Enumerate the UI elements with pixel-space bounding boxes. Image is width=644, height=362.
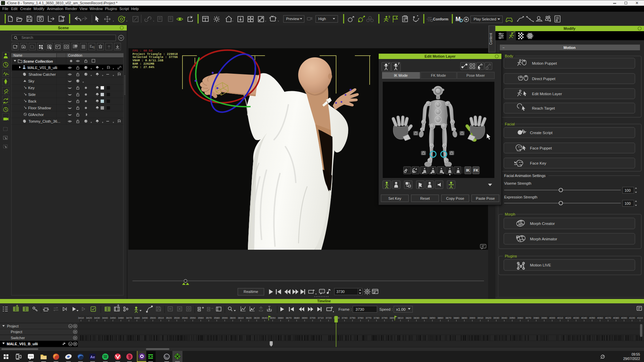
svg-text:3980: 3980 (533, 316, 539, 319)
svg-text:4010: 4010 (557, 316, 563, 319)
svg-text:Floor Shadow: Floor Shadow (28, 106, 51, 110)
svg-text:D: D (460, 18, 463, 23)
svg-text:4070: 4070 (605, 316, 611, 319)
svg-text:Motion LIVE: Motion LIVE (530, 263, 551, 267)
svg-text:3490: 3490 (142, 316, 148, 319)
svg-text:3610: 3610 (238, 316, 244, 319)
svg-text:RAM : 2262MB: RAM : 2262MB (132, 62, 154, 66)
svg-text:3760: 3760 (358, 316, 364, 319)
svg-text:Ae: Ae (90, 355, 95, 359)
svg-text:3580: 3580 (214, 316, 220, 319)
svg-text:Create Script: Create Script (530, 131, 553, 135)
svg-text:4030: 4030 (573, 316, 579, 319)
svg-text:Reset: Reset (420, 196, 430, 200)
svg-text:4000: 4000 (549, 316, 555, 319)
svg-text:3540: 3540 (182, 316, 188, 319)
svg-text:Motion: Motion (564, 46, 576, 50)
svg-text:Key: Key (28, 86, 35, 90)
svg-text:Switcher: Switcher (11, 336, 25, 340)
svg-text:Speed :: Speed : (379, 307, 393, 311)
svg-text:4100: 4100 (629, 316, 635, 319)
svg-text:3660: 3660 (278, 316, 284, 319)
svg-text:3710: 3710 (318, 316, 324, 319)
svg-text:High: High (318, 17, 326, 21)
svg-text:3560: 3560 (198, 316, 204, 319)
svg-text:29/07/2022: 29/07/2022 (623, 357, 640, 361)
svg-text:Motion Puppet: Motion Puppet (532, 61, 557, 65)
svg-text:3570: 3570 (206, 316, 212, 319)
svg-text:3920: 3920 (485, 316, 491, 319)
svg-text:Content: Content (489, 33, 493, 45)
svg-text:3470: 3470 (126, 316, 132, 319)
svg-text:3950: 3950 (509, 316, 515, 319)
svg-text:3900: 3900 (469, 316, 475, 319)
svg-text:3670: 3670 (286, 316, 292, 319)
svg-text:Back: Back (28, 99, 37, 103)
svg-text:3970: 3970 (525, 316, 531, 319)
svg-text:3510: 3510 (158, 316, 164, 319)
svg-text:Realtime: Realtime (244, 290, 258, 294)
svg-text:3990: 3990 (541, 316, 547, 319)
svg-text:Morph: Morph (505, 212, 515, 216)
svg-text:3430: 3430 (94, 316, 100, 319)
svg-text:Facial: Facial (505, 122, 515, 126)
svg-text:3630: 3630 (254, 316, 260, 319)
svg-text:x1.00: x1.00 (396, 307, 406, 311)
svg-text:Selected Triangle : 37766: Selected Triangle : 37766 (132, 56, 178, 59)
svg-text:3940: 3940 (501, 316, 507, 319)
svg-text:3730: 3730 (336, 290, 344, 294)
svg-text:Preview: Preview (286, 17, 299, 21)
svg-text:Face Key: Face Key (530, 161, 546, 165)
svg-text:3590: 3590 (222, 316, 228, 319)
svg-text:Copy Pose: Copy Pose (446, 196, 464, 200)
svg-text:3910: 3910 (477, 316, 483, 319)
svg-text:4090: 4090 (621, 316, 627, 319)
svg-text:FK: FK (474, 168, 479, 172)
svg-text:Conform: Conform (433, 17, 448, 21)
svg-text:VRAM : 0.8/11.1GB: VRAM : 0.8/11.1GB (132, 59, 163, 62)
svg-text:Tommy_Cloth_36...: Tommy_Cloth_36... (29, 119, 60, 123)
svg-text:Morph Animator: Morph Animator (530, 237, 557, 241)
svg-text:4040: 4040 (581, 316, 587, 319)
svg-text:3870: 3870 (445, 316, 451, 319)
svg-text:3820: 3820 (406, 316, 412, 319)
svg-text:Face Puppet: Face Puppet (530, 146, 552, 150)
svg-text:3530: 3530 (174, 316, 180, 319)
svg-text:Scene Collection: Scene Collection (23, 59, 53, 63)
svg-text:3930: 3930 (493, 316, 499, 319)
svg-text:Condition: Condition (68, 54, 82, 57)
svg-text:Timeline: Timeline (317, 299, 331, 303)
svg-text:Project: Project (7, 324, 18, 328)
svg-text:Expression Strength: Expression Strength (504, 195, 537, 199)
svg-text:Play Selected: Play Selected (474, 17, 496, 21)
svg-text:3790: 3790 (381, 316, 387, 319)
svg-text:3810: 3810 (397, 316, 404, 319)
svg-text:Morph Creator: Morph Creator (530, 222, 555, 226)
svg-text:Plugins: Plugins (505, 254, 517, 258)
svg-text:3520: 3520 (166, 316, 172, 319)
svg-text:Frame :: Frame : (338, 307, 352, 311)
svg-text:3640: 3640 (262, 316, 268, 319)
svg-text:−: − (502, 46, 504, 50)
svg-text:3830: 3830 (414, 316, 420, 319)
svg-text:09:55: 09:55 (632, 353, 640, 356)
svg-text:3840: 3840 (421, 316, 427, 319)
svg-text:3880: 3880 (453, 316, 460, 319)
svg-text:Shadow Catcher: Shadow Catcher (29, 72, 56, 76)
svg-text:Scene: Scene (58, 26, 69, 30)
svg-text:Facial Animation Settings: Facial Animation Settings (504, 174, 546, 178)
svg-text:4110: 4110 (637, 316, 643, 319)
svg-text:3750: 3750 (350, 316, 356, 319)
svg-text:3440: 3440 (102, 316, 108, 319)
svg-text:3650: 3650 (270, 316, 276, 319)
svg-text:4080: 4080 (613, 316, 619, 319)
svg-text:Viseme Strength: Viseme Strength (504, 181, 531, 185)
svg-text:Body: Body (505, 54, 514, 58)
svg-text:Paste Pose: Paste Pose (476, 196, 495, 200)
svg-text:3420: 3420 (86, 316, 92, 319)
svg-text:3500: 3500 (150, 316, 156, 319)
svg-text:3480: 3480 (134, 316, 140, 319)
svg-text:3720: 3720 (326, 316, 332, 319)
svg-text:Edit Motion Layer: Edit Motion Layer (532, 92, 562, 96)
svg-text:3620: 3620 (246, 316, 252, 319)
